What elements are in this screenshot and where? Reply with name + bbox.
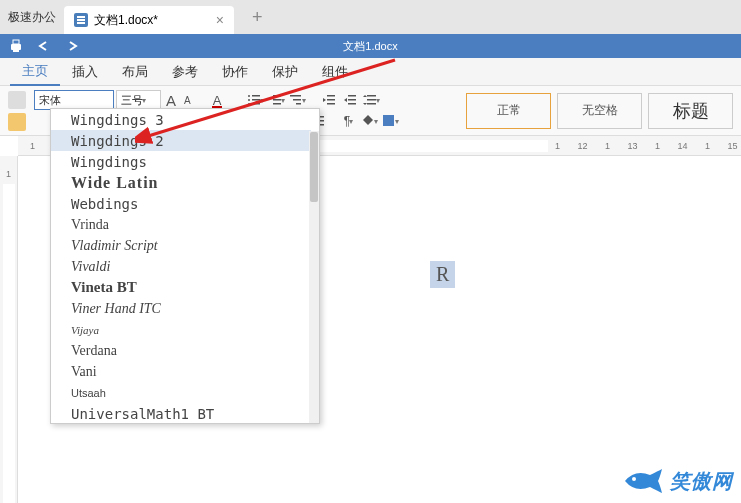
shrink-font-icon[interactable]: A	[181, 95, 194, 106]
tab-label: 文档1.docx*	[94, 12, 158, 29]
font-item[interactable]: Vani	[51, 361, 311, 382]
borders-icon[interactable]: ▾	[381, 112, 399, 130]
svg-rect-13	[293, 99, 301, 101]
font-item[interactable]: Vineta BT	[51, 277, 311, 298]
svg-rect-8	[252, 103, 260, 105]
svg-point-7	[248, 103, 250, 105]
font-item[interactable]: Vrinda	[51, 214, 311, 235]
outdent-icon[interactable]	[320, 91, 338, 109]
indent-icon[interactable]	[341, 91, 359, 109]
svg-rect-19	[348, 99, 356, 101]
svg-point-3	[248, 95, 250, 97]
font-item[interactable]: Wingdings 3	[51, 109, 311, 130]
close-icon[interactable]: ×	[216, 12, 224, 28]
print-icon[interactable]	[8, 38, 24, 54]
scrollbar[interactable]	[309, 131, 319, 423]
svg-rect-14	[296, 103, 301, 105]
svg-rect-2	[13, 48, 19, 52]
menu-tabs: 主页 插入 布局 参考 协作 保护 组件	[0, 58, 741, 86]
font-item[interactable]: Viner Hand ITC	[51, 298, 311, 319]
svg-rect-12	[290, 95, 301, 97]
svg-rect-15	[327, 95, 335, 97]
font-dropdown[interactable]: Wingdings 3Wingdings 2WingdingsWide Lati…	[50, 108, 320, 424]
watermark: 笑傲网	[620, 467, 733, 495]
undo-icon[interactable]	[36, 38, 52, 54]
styles-gallery: 正常 无空格 标题	[466, 93, 733, 129]
svg-point-38	[632, 477, 636, 481]
size-selector[interactable]: 三号▾	[116, 90, 161, 110]
app-name: 极速办公	[0, 9, 64, 26]
svg-rect-1	[13, 40, 19, 44]
svg-rect-10	[273, 99, 281, 101]
svg-rect-16	[327, 99, 335, 101]
font-item[interactable]: Vivaldi	[51, 256, 311, 277]
font-item[interactable]: Utsaah	[51, 382, 311, 403]
style-normal[interactable]: 正常	[466, 93, 551, 129]
svg-rect-18	[348, 95, 356, 97]
svg-rect-22	[367, 99, 376, 101]
tab-insert[interactable]: 插入	[60, 58, 110, 86]
new-tab-button[interactable]: +	[252, 7, 263, 28]
bullets-icon[interactable]: ▾	[246, 91, 264, 109]
document-tab[interactable]: 文档1.docx* ×	[64, 6, 234, 34]
svg-rect-9	[273, 95, 281, 97]
tab-layout[interactable]: 布局	[110, 58, 160, 86]
line-spacing-icon[interactable]: ▾	[362, 91, 380, 109]
copy-icon[interactable]	[8, 91, 26, 109]
ruler-vertical[interactable]: 1 2 1 1 1 2 1 3	[0, 156, 18, 503]
tab-reference[interactable]: 参考	[160, 58, 210, 86]
watermark-text: 笑傲网	[670, 468, 733, 495]
svg-rect-21	[367, 95, 376, 97]
font-item[interactable]: Verdana	[51, 340, 311, 361]
doc-title: 文档1.docx	[343, 39, 397, 54]
font-item[interactable]: UniversalMath1 BT	[51, 403, 311, 424]
svg-rect-17	[327, 103, 335, 105]
fish-icon	[620, 467, 664, 495]
numbering-icon[interactable]: ▾	[267, 91, 285, 109]
style-heading[interactable]: 标题	[648, 93, 733, 129]
tab-protect[interactable]: 保护	[260, 58, 310, 86]
shading-icon[interactable]: ▾	[360, 112, 378, 130]
font-item[interactable]: Webdings	[51, 193, 311, 214]
svg-rect-11	[273, 103, 281, 105]
paste-icon[interactable]	[8, 113, 26, 131]
scroll-thumb[interactable]	[310, 132, 318, 202]
redo-icon[interactable]	[64, 38, 80, 54]
tab-collab[interactable]: 协作	[210, 58, 260, 86]
quick-toolbar: 文档1.docx	[0, 34, 741, 58]
svg-rect-36	[383, 115, 394, 126]
tab-home[interactable]: 主页	[10, 58, 60, 86]
font-item[interactable]: Vijaya	[51, 319, 311, 340]
font-item[interactable]: Vladimir Script	[51, 235, 311, 256]
multilevel-icon[interactable]: ▾	[288, 91, 306, 109]
svg-rect-23	[367, 103, 376, 105]
svg-rect-6	[252, 99, 260, 101]
style-nospace[interactable]: 无空格	[557, 93, 642, 129]
font-item[interactable]: Wingdings 2	[51, 130, 311, 151]
titlebar: 极速办公 文档1.docx* × +	[0, 0, 741, 34]
pilcrow-icon[interactable]: ¶▾	[339, 112, 357, 130]
tab-components[interactable]: 组件	[310, 58, 360, 86]
svg-point-5	[248, 99, 250, 101]
font-item[interactable]: Wide Latin	[51, 172, 311, 193]
font-item[interactable]: Wingdings	[51, 151, 311, 172]
grow-font-icon[interactable]: A	[163, 92, 179, 109]
font-selector[interactable]: 宋体	[34, 90, 114, 110]
font-color-icon[interactable]: A	[210, 93, 225, 108]
doc-icon	[74, 13, 88, 27]
svg-rect-4	[252, 95, 260, 97]
svg-rect-20	[348, 103, 356, 105]
selected-text[interactable]: R	[430, 261, 455, 288]
